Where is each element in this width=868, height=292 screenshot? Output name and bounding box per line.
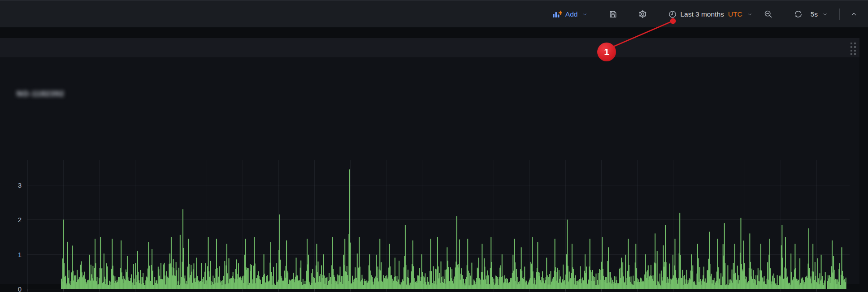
refresh-interval-dropdown[interactable]: 5s xyxy=(810,8,832,21)
kwh-chart: 0123 07/2207/2607/3008/0308/0708/1108/15… xyxy=(0,76,859,292)
toolbar-divider xyxy=(839,9,840,20)
timeseries-panel: NO-1182392 0123 07/2207/2607/3008/0308/0… xyxy=(0,38,859,284)
add-button[interactable]: Add xyxy=(548,8,592,21)
dashboard-settings-button[interactable] xyxy=(634,7,651,21)
clock-icon xyxy=(668,10,677,19)
floppy-disk-icon xyxy=(608,10,617,19)
grafana-dashboard: Add La xyxy=(0,0,868,292)
magnifier-minus-icon xyxy=(764,9,773,19)
y-tick-label: 2 xyxy=(4,216,22,223)
chevron-down-icon xyxy=(582,11,588,17)
page-background-strip xyxy=(0,27,868,38)
annotation-badge-label: 1 xyxy=(604,47,609,57)
kwh-series-plot[interactable] xyxy=(27,160,850,290)
annotation-badge-1: 1 xyxy=(597,43,616,61)
chevron-up-icon xyxy=(850,10,858,18)
refresh-interval-label: 5s xyxy=(811,10,818,18)
save-dashboard-button[interactable] xyxy=(604,7,621,21)
collapse-toolbar-button[interactable] xyxy=(846,8,862,21)
add-button-label: Add xyxy=(565,10,578,18)
panel-header[interactable] xyxy=(0,38,859,57)
refresh-button[interactable] xyxy=(790,7,807,21)
y-tick-label: 0 xyxy=(4,285,22,292)
chevron-down-icon xyxy=(746,11,753,17)
y-tick-label: 3 xyxy=(4,181,22,189)
y-tick-label: 1 xyxy=(4,250,22,258)
chevron-down-icon xyxy=(822,11,828,17)
time-range-label: Last 3 months xyxy=(680,10,724,18)
panel-drag-handle[interactable] xyxy=(848,42,858,56)
time-range-picker[interactable]: Last 3 months UTC xyxy=(664,7,756,21)
timezone-label: UTC xyxy=(728,10,742,18)
gear-icon xyxy=(638,9,647,19)
zoom-out-time-button[interactable] xyxy=(760,7,777,21)
circular-arrows-icon xyxy=(794,9,803,19)
top-toolbar: Add La xyxy=(0,0,868,27)
bar-chart-plus-icon xyxy=(552,10,562,18)
